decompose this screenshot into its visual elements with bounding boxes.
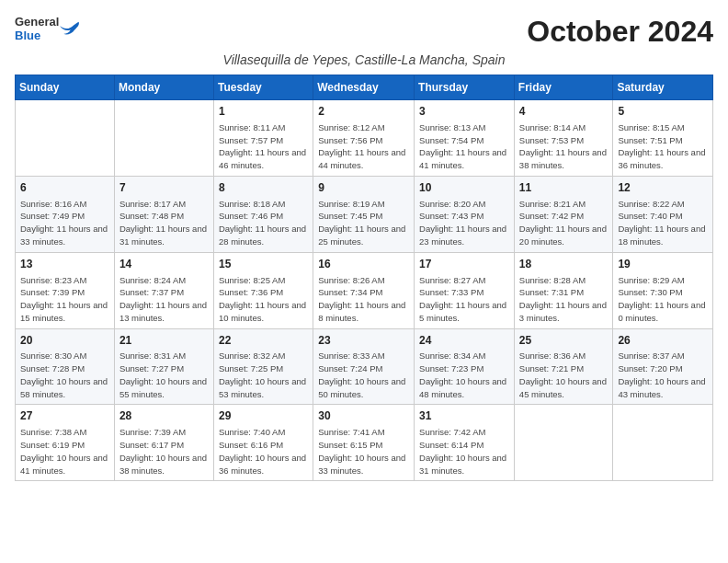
calendar-week-4: 20Sunrise: 8:30 AM Sunset: 7:28 PM Dayli… xyxy=(16,328,713,405)
day-info: Sunrise: 8:33 AM Sunset: 7:24 PM Dayligh… xyxy=(318,350,409,400)
calendar-cell: 9Sunrise: 8:19 AM Sunset: 7:45 PM Daylig… xyxy=(313,176,415,252)
day-info: Sunrise: 8:34 AM Sunset: 7:23 PM Dayligh… xyxy=(419,350,509,400)
logo-bird-icon xyxy=(60,20,80,37)
day-number: 11 xyxy=(519,180,609,196)
day-number: 30 xyxy=(318,408,409,424)
calendar-cell: 4Sunrise: 8:14 AM Sunset: 7:53 PM Daylig… xyxy=(514,100,613,177)
day-number: 12 xyxy=(618,180,708,196)
weekday-header-saturday: Saturday xyxy=(613,75,713,100)
day-number: 21 xyxy=(119,333,209,349)
day-number: 6 xyxy=(20,180,109,196)
calendar-cell: 7Sunrise: 8:17 AM Sunset: 7:48 PM Daylig… xyxy=(114,176,213,252)
logo: General Blue xyxy=(15,15,80,42)
day-number: 14 xyxy=(119,257,209,272)
day-info: Sunrise: 8:26 AM Sunset: 7:34 PM Dayligh… xyxy=(318,274,409,325)
day-number: 25 xyxy=(519,333,609,349)
day-number: 5 xyxy=(618,104,708,120)
calendar-cell: 27Sunrise: 7:38 AM Sunset: 6:19 PM Dayli… xyxy=(16,405,115,481)
calendar-cell xyxy=(613,405,713,481)
day-info: Sunrise: 7:39 AM Sunset: 6:17 PM Dayligh… xyxy=(119,426,209,477)
day-info: Sunrise: 8:28 AM Sunset: 7:31 PM Dayligh… xyxy=(519,274,609,325)
weekday-header-tuesday: Tuesday xyxy=(213,75,313,100)
calendar-cell: 31Sunrise: 7:42 AM Sunset: 6:14 PM Dayli… xyxy=(415,405,515,481)
day-info: Sunrise: 8:27 AM Sunset: 7:33 PM Dayligh… xyxy=(419,274,509,325)
calendar-cell: 10Sunrise: 8:20 AM Sunset: 7:43 PM Dayli… xyxy=(415,176,515,252)
calendar-cell: 8Sunrise: 8:18 AM Sunset: 7:46 PM Daylig… xyxy=(213,176,313,252)
day-info: Sunrise: 7:40 AM Sunset: 6:16 PM Dayligh… xyxy=(219,426,308,477)
day-info: Sunrise: 8:24 AM Sunset: 7:37 PM Dayligh… xyxy=(119,274,209,325)
calendar-cell: 16Sunrise: 8:26 AM Sunset: 7:34 PM Dayli… xyxy=(313,252,415,328)
day-info: Sunrise: 8:16 AM Sunset: 7:49 PM Dayligh… xyxy=(20,198,109,248)
calendar-cell: 3Sunrise: 8:13 AM Sunset: 7:54 PM Daylig… xyxy=(415,100,515,177)
calendar-cell: 13Sunrise: 8:23 AM Sunset: 7:39 PM Dayli… xyxy=(16,252,115,328)
day-number: 15 xyxy=(219,257,308,272)
calendar-table: SundayMondayTuesdayWednesdayThursdayFrid… xyxy=(15,75,713,481)
day-number: 7 xyxy=(119,180,209,196)
day-info: Sunrise: 8:36 AM Sunset: 7:21 PM Dayligh… xyxy=(519,350,609,400)
weekday-header-row: SundayMondayTuesdayWednesdayThursdayFrid… xyxy=(16,75,713,100)
day-info: Sunrise: 8:25 AM Sunset: 7:36 PM Dayligh… xyxy=(219,274,308,325)
day-number: 9 xyxy=(318,180,409,196)
weekday-header-monday: Monday xyxy=(114,75,213,100)
day-info: Sunrise: 8:32 AM Sunset: 7:25 PM Dayligh… xyxy=(219,350,308,400)
day-number: 2 xyxy=(318,104,409,120)
calendar-cell: 24Sunrise: 8:34 AM Sunset: 7:23 PM Dayli… xyxy=(415,328,515,405)
day-number: 20 xyxy=(20,333,109,349)
logo-general-text: General xyxy=(15,15,59,29)
day-info: Sunrise: 8:23 AM Sunset: 7:39 PM Dayligh… xyxy=(20,274,109,325)
month-year-title: October 2024 xyxy=(527,15,713,49)
calendar-cell: 29Sunrise: 7:40 AM Sunset: 6:16 PM Dayli… xyxy=(213,405,313,481)
calendar-cell: 19Sunrise: 8:29 AM Sunset: 7:30 PM Dayli… xyxy=(613,252,713,328)
day-number: 8 xyxy=(219,180,308,196)
calendar-cell: 22Sunrise: 8:32 AM Sunset: 7:25 PM Dayli… xyxy=(213,328,313,405)
day-info: Sunrise: 8:29 AM Sunset: 7:30 PM Dayligh… xyxy=(618,274,708,325)
calendar-cell: 18Sunrise: 8:28 AM Sunset: 7:31 PM Dayli… xyxy=(514,252,613,328)
day-number: 31 xyxy=(419,408,509,424)
calendar-cell: 26Sunrise: 8:37 AM Sunset: 7:20 PM Dayli… xyxy=(613,328,713,405)
weekday-header-wednesday: Wednesday xyxy=(313,75,415,100)
day-number: 1 xyxy=(219,104,308,120)
logo-blue-text: Blue xyxy=(15,29,40,42)
day-number: 10 xyxy=(419,180,509,196)
day-number: 27 xyxy=(20,408,109,424)
calendar-cell: 14Sunrise: 8:24 AM Sunset: 7:37 PM Dayli… xyxy=(114,252,213,328)
calendar-week-3: 13Sunrise: 8:23 AM Sunset: 7:39 PM Dayli… xyxy=(16,252,713,328)
day-info: Sunrise: 8:31 AM Sunset: 7:27 PM Dayligh… xyxy=(119,350,209,400)
day-info: Sunrise: 8:21 AM Sunset: 7:42 PM Dayligh… xyxy=(519,198,609,248)
day-number: 19 xyxy=(618,257,708,272)
calendar-cell: 11Sunrise: 8:21 AM Sunset: 7:42 PM Dayli… xyxy=(514,176,613,252)
day-info: Sunrise: 8:12 AM Sunset: 7:56 PM Dayligh… xyxy=(318,121,409,172)
calendar-cell: 28Sunrise: 7:39 AM Sunset: 6:17 PM Dayli… xyxy=(114,405,213,481)
calendar-body: 1Sunrise: 8:11 AM Sunset: 7:57 PM Daylig… xyxy=(16,100,713,481)
location-subtitle: Villasequilla de Yepes, Castille-La Manc… xyxy=(15,52,713,67)
day-info: Sunrise: 7:38 AM Sunset: 6:19 PM Dayligh… xyxy=(20,426,109,477)
day-info: Sunrise: 8:14 AM Sunset: 7:53 PM Dayligh… xyxy=(519,121,609,172)
day-info: Sunrise: 8:11 AM Sunset: 7:57 PM Dayligh… xyxy=(219,121,308,172)
calendar-cell xyxy=(514,405,613,481)
day-number: 16 xyxy=(318,257,409,272)
day-number: 26 xyxy=(618,333,708,349)
calendar-week-1: 1Sunrise: 8:11 AM Sunset: 7:57 PM Daylig… xyxy=(16,100,713,177)
calendar-cell: 6Sunrise: 8:16 AM Sunset: 7:49 PM Daylig… xyxy=(16,176,115,252)
day-info: Sunrise: 8:30 AM Sunset: 7:28 PM Dayligh… xyxy=(20,350,109,400)
calendar-cell: 2Sunrise: 8:12 AM Sunset: 7:56 PM Daylig… xyxy=(313,100,415,177)
weekday-header-sunday: Sunday xyxy=(16,75,115,100)
day-info: Sunrise: 8:19 AM Sunset: 7:45 PM Dayligh… xyxy=(318,198,409,248)
day-number: 17 xyxy=(419,257,509,272)
calendar-week-2: 6Sunrise: 8:16 AM Sunset: 7:49 PM Daylig… xyxy=(16,176,713,252)
day-number: 4 xyxy=(519,104,609,120)
calendar-cell: 23Sunrise: 8:33 AM Sunset: 7:24 PM Dayli… xyxy=(313,328,415,405)
calendar-cell: 25Sunrise: 8:36 AM Sunset: 7:21 PM Dayli… xyxy=(514,328,613,405)
calendar-week-5: 27Sunrise: 7:38 AM Sunset: 6:19 PM Dayli… xyxy=(16,405,713,481)
day-number: 22 xyxy=(219,333,308,349)
calendar-cell: 12Sunrise: 8:22 AM Sunset: 7:40 PM Dayli… xyxy=(613,176,713,252)
day-number: 24 xyxy=(419,333,509,349)
day-number: 13 xyxy=(20,257,109,272)
day-number: 29 xyxy=(219,408,308,424)
calendar-cell: 17Sunrise: 8:27 AM Sunset: 7:33 PM Dayli… xyxy=(415,252,515,328)
day-number: 23 xyxy=(318,333,409,349)
day-info: Sunrise: 8:15 AM Sunset: 7:51 PM Dayligh… xyxy=(618,121,708,172)
calendar-cell: 15Sunrise: 8:25 AM Sunset: 7:36 PM Dayli… xyxy=(213,252,313,328)
day-number: 18 xyxy=(519,257,609,272)
day-number: 28 xyxy=(119,408,209,424)
